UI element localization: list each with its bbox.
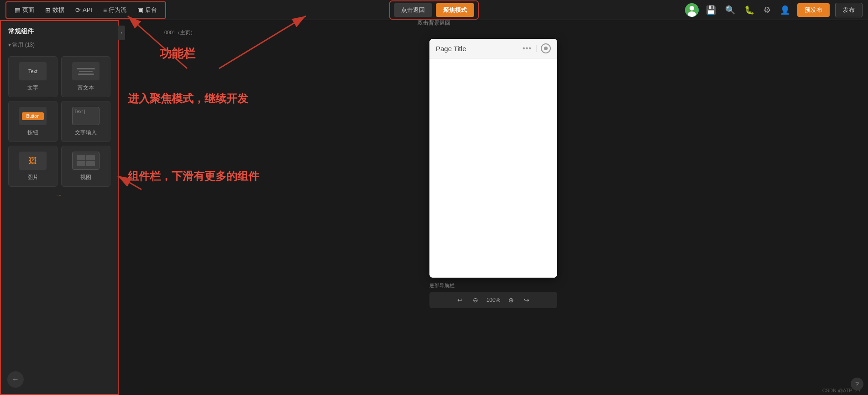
component-text[interactable]: Text 文字	[8, 56, 58, 97]
textinput-preview: Text |	[72, 107, 99, 125]
debug-icon[interactable]: 🐛	[743, 4, 756, 16]
top-nav: ▦ 页面 ⊞ 数据 ⟳ API ≡ 行为流 ▣ 后台 点击返回 聚焦模式 双击背…	[0, 0, 868, 20]
component-richtext[interactable]: 富文本	[61, 56, 110, 97]
svg-point-1	[690, 6, 694, 11]
more-dots: ···	[57, 192, 61, 198]
nav-data-label: 数据	[52, 6, 64, 14]
text-preview: Text	[19, 62, 47, 80]
component-image[interactable]: 🖼 图片	[8, 146, 58, 187]
search-icon[interactable]: 🔍	[723, 4, 737, 16]
phone-nav-icons: ••• |	[523, 43, 551, 53]
button-preview-inner: Button	[22, 112, 44, 120]
phone-content	[429, 58, 557, 278]
settings-icon[interactable]: ⚙	[762, 4, 773, 16]
page-label: 0001（主页）	[164, 29, 195, 36]
bottom-label: 底部导航栏	[429, 282, 557, 289]
image-icon: 🖼	[29, 156, 37, 166]
view-preview	[72, 152, 99, 170]
section-toggle[interactable]: ▾ 常用 (13)	[8, 41, 110, 49]
sidebar-section: ▾ 常用 (13)	[1, 39, 118, 53]
nav-item-backend[interactable]: ▣ 后台	[133, 4, 162, 16]
data-icon: ⊞	[45, 6, 51, 14]
component-button[interactable]: Button 按钮	[8, 101, 58, 142]
phone-circle-icon	[541, 43, 551, 53]
focus-mode-button[interactable]: 聚焦模式	[436, 3, 474, 17]
component-view[interactable]: 视图	[61, 146, 110, 187]
sidebar-toggle[interactable]: ‹	[118, 26, 125, 40]
sidebar-title: 常规组件	[1, 21, 118, 39]
rich-line-2	[79, 71, 93, 72]
button-preview: Button	[19, 107, 47, 125]
zoom-out-button[interactable]: ⊖	[471, 295, 480, 305]
bottom-toolbar: ↩ ⊖ 100% ⊕ ↪	[429, 292, 557, 308]
phone-frame: Page Title ••• |	[429, 39, 557, 278]
flow-icon: ≡	[103, 6, 107, 14]
text-label: 文字	[27, 84, 38, 92]
undo-button[interactable]: ↩	[455, 295, 465, 305]
view-cell-3	[77, 161, 85, 166]
nav-flow-label: 行为流	[109, 6, 126, 14]
richtext-preview	[72, 62, 99, 80]
sidebar: ‹ 常规组件 ▾ 常用 (13) Text 文字 富文本	[0, 20, 119, 395]
back-arrow-icon: ←	[12, 375, 19, 384]
nav-center: 点击返回 聚焦模式 双击背景返回	[389, 0, 479, 20]
nav-api-label: API	[83, 6, 92, 13]
backend-icon: ▣	[137, 6, 143, 14]
svg-point-2	[688, 11, 696, 17]
redo-button[interactable]: ↪	[522, 295, 531, 305]
rich-line-1	[77, 68, 95, 69]
help-button[interactable]: ?	[851, 378, 863, 390]
more-indicator: ···	[1, 190, 118, 201]
nav-item-api[interactable]: ⟳ API	[71, 5, 97, 16]
view-cell-4	[86, 161, 95, 166]
view-cell-1	[77, 155, 85, 160]
components-grid: Text 文字 富文本 Button 按钮	[1, 53, 118, 190]
avatar	[685, 3, 699, 17]
phone-nav-bar: Page Title ••• |	[429, 39, 557, 58]
phone-dots-icon: •••	[523, 44, 532, 53]
rich-line-3	[78, 74, 94, 75]
back-button[interactable]: 点击返回	[394, 3, 432, 17]
nav-backend-label: 后台	[145, 6, 157, 14]
textinput-preview-text: Text |	[74, 109, 85, 114]
canvas-area: 0001（主页） Page Title ••• | 底部导航栏 ↩ ⊖ 100%…	[119, 20, 868, 395]
nav-hint: 双击背景返回	[418, 19, 450, 27]
preview-button[interactable]: 预发布	[797, 3, 830, 17]
nav-left-items: ▦ 页面 ⊞ 数据 ⟳ API ≡ 行为流 ▣ 后台	[5, 1, 166, 19]
textinput-label: 文字输入	[75, 129, 97, 137]
nav-page-label: 页面	[22, 6, 34, 14]
profile-icon[interactable]: 👤	[778, 4, 792, 16]
richtext-label: 富文本	[78, 84, 94, 92]
button-label: 按钮	[27, 129, 38, 137]
image-preview: 🖼	[19, 152, 47, 170]
section-label: ▾ 常用 (13)	[8, 41, 35, 49]
canvas-bottom: 底部导航栏 ↩ ⊖ 100% ⊕ ↪	[429, 282, 557, 308]
page-icon: ▦	[15, 6, 21, 14]
nav-item-page[interactable]: ▦ 页面	[10, 4, 39, 16]
view-cell-2	[86, 155, 95, 160]
sidebar-back-button[interactable]: ←	[7, 371, 24, 388]
divider: |	[535, 44, 537, 53]
component-textinput[interactable]: Text | 文字输入	[61, 101, 110, 142]
image-label: 图片	[27, 174, 38, 181]
zoom-level: 100%	[486, 297, 501, 303]
api-icon: ⟳	[75, 6, 81, 14]
nav-item-data[interactable]: ⊞ 数据	[41, 4, 69, 16]
nav-item-flow[interactable]: ≡ 行为流	[99, 4, 131, 16]
main-area: ‹ 常规组件 ▾ 常用 (13) Text 文字 富文本	[0, 20, 868, 395]
nav-right: 💾 🔍 🐛 ⚙ 👤 预发布 发布	[685, 3, 863, 17]
zoom-in-button[interactable]: ⊕	[507, 295, 516, 305]
save-icon[interactable]: 💾	[704, 4, 718, 16]
text-preview-label: Text	[28, 68, 37, 74]
publish-button[interactable]: 发布	[835, 3, 863, 17]
phone-page-title: Page Title	[436, 45, 466, 53]
view-label: 视图	[80, 174, 91, 181]
view-inner	[75, 153, 97, 168]
